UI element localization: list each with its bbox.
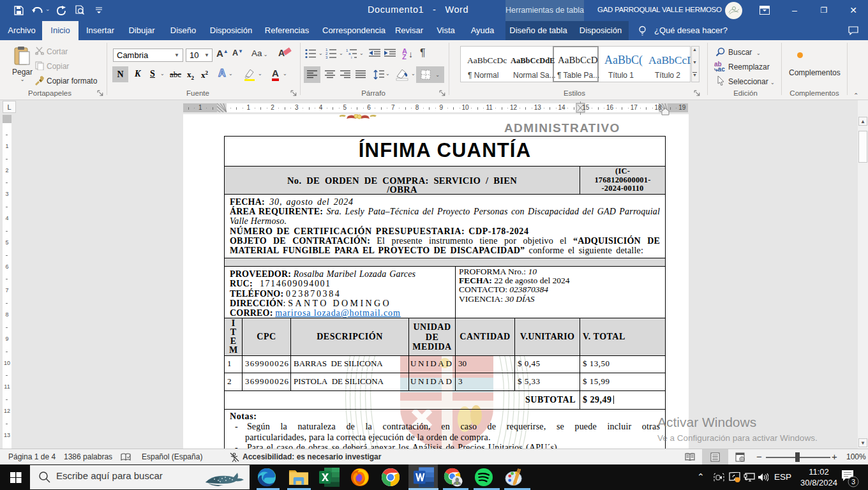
svg-text:3: 3 <box>326 56 328 59</box>
svg-text:i: i <box>351 56 352 59</box>
svg-text:3: 3 <box>851 478 855 486</box>
